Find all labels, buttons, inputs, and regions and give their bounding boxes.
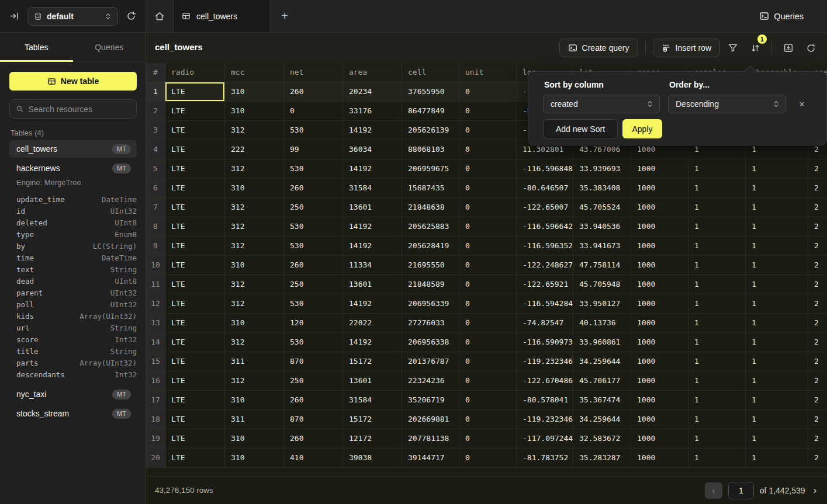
table-cell[interactable]: 260 (284, 429, 343, 449)
tab-cell-towers[interactable]: cell_towers (173, 0, 271, 32)
table-cell[interactable]: 1000 (631, 217, 688, 237)
table-cell[interactable]: 1 (746, 179, 808, 198)
table-cell[interactable]: LTE (165, 352, 225, 371)
insert-row-button[interactable]: Insert row (653, 39, 720, 57)
table-cell[interactable]: LTE (165, 294, 225, 314)
table-cell[interactable]: 0 (459, 314, 517, 333)
table-cell[interactable]: 1000 (631, 275, 688, 294)
table-cell[interactable]: 260 (284, 391, 343, 410)
table-cell[interactable]: 32.583672 (573, 429, 631, 449)
table-cell[interactable]: 0 (459, 121, 517, 140)
table-cell[interactable]: 1000 (631, 294, 688, 314)
table-cell[interactable]: LTE (165, 237, 225, 256)
apply-sort-button[interactable]: Apply (622, 119, 662, 138)
table-cell[interactable]: 310 (225, 102, 284, 121)
table-cell[interactable]: 0 (459, 352, 517, 371)
table-cell[interactable]: 0 (459, 449, 517, 468)
table-cell[interactable]: 39038 (343, 449, 402, 468)
table-cell[interactable]: LTE (165, 256, 225, 275)
table-cell[interactable]: 1 (746, 256, 808, 275)
table-cell[interactable]: 0 (459, 294, 517, 314)
table-cell[interactable]: 1 (746, 198, 808, 217)
sort-column-select[interactable]: created (543, 95, 660, 113)
table-cell[interactable]: 13601 (343, 198, 402, 217)
table-cell[interactable]: 34.259644 (573, 410, 631, 429)
sidebar-refresh-button[interactable] (124, 9, 139, 23)
table-cell[interactable]: 530 (284, 237, 343, 256)
table-cell[interactable]: 2 (808, 159, 827, 179)
table-cell[interactable]: 1 (688, 237, 746, 256)
table-cell[interactable]: 35.383408 (573, 179, 631, 198)
home-button[interactable] (146, 0, 173, 32)
table-cell[interactable]: 250 (284, 198, 343, 217)
table-cell[interactable]: 206959675 (402, 159, 459, 179)
table-cell[interactable]: LTE (165, 82, 225, 102)
add-new-sort-button[interactable]: Add new Sort (543, 119, 618, 138)
table-cell[interactable]: 530 (284, 333, 343, 352)
table-cell[interactable]: 2 (808, 391, 827, 410)
table-cell[interactable]: 22324236 (402, 371, 459, 391)
search-input[interactable] (28, 105, 130, 114)
column-header[interactable]: unit (459, 63, 517, 82)
table-cell[interactable]: 13601 (343, 371, 402, 391)
column-header[interactable]: mcc (225, 63, 284, 82)
table-cell[interactable]: 34.259644 (573, 352, 631, 371)
table-cell[interactable]: 312 (225, 237, 284, 256)
table-cell[interactable]: 222 (225, 140, 284, 159)
table-cell[interactable]: 2 (808, 429, 827, 449)
download-button[interactable] (779, 39, 798, 57)
table-cell[interactable]: 33.960861 (573, 333, 631, 352)
refresh-table-button[interactable] (801, 39, 820, 57)
table-cell[interactable]: -122.65007 (517, 198, 573, 217)
table-cell[interactable]: 1000 (631, 314, 688, 333)
table-cell[interactable]: 2 (808, 352, 827, 371)
table-cell[interactable]: 1 (688, 352, 746, 371)
table-cell[interactable]: -122.65921 (517, 275, 573, 294)
sidebar-tab-queries[interactable]: Queries (73, 33, 146, 61)
table-cell[interactable]: 250 (284, 371, 343, 391)
table-cell[interactable]: 1 (688, 159, 746, 179)
table-cell[interactable]: 0 (459, 82, 517, 102)
table-cell[interactable]: 312 (225, 121, 284, 140)
table-cell[interactable]: 311 (225, 352, 284, 371)
page-number-input[interactable] (728, 482, 754, 499)
table-cell[interactable]: 1000 (631, 256, 688, 275)
table-cell[interactable]: 15172 (343, 410, 402, 429)
table-cell[interactable]: 21848589 (402, 275, 459, 294)
table-cell[interactable]: 1 (688, 410, 746, 429)
table-cell[interactable]: 205628419 (402, 237, 459, 256)
table-cell[interactable]: 1 (746, 410, 808, 429)
table-cell[interactable]: -74.82547 (517, 314, 573, 333)
remove-sort-button[interactable]: × (795, 98, 809, 112)
table-cell[interactable]: 1 (746, 275, 808, 294)
table-cell[interactable]: LTE (165, 449, 225, 468)
table-cell[interactable]: 14192 (343, 121, 402, 140)
column-header[interactable]: # (146, 63, 165, 82)
table-cell[interactable]: 45.706177 (573, 371, 631, 391)
table-cell[interactable]: 36034 (343, 140, 402, 159)
table-cell[interactable]: 2 (808, 275, 827, 294)
table-cell[interactable]: 1 (688, 275, 746, 294)
table-cell[interactable]: 14192 (343, 333, 402, 352)
table-cell[interactable]: 312 (225, 333, 284, 352)
table-cell[interactable]: 0 (459, 333, 517, 352)
database-selector[interactable]: default (27, 7, 118, 26)
table-cell[interactable]: 2 (808, 217, 827, 237)
table-cell[interactable]: 33.939693 (573, 159, 631, 179)
table-cell[interactable]: 0 (459, 179, 517, 198)
table-cell[interactable]: 312 (225, 371, 284, 391)
table-cell[interactable]: 530 (284, 121, 343, 140)
table-cell[interactable]: 31584 (343, 179, 402, 198)
table-cell[interactable]: LTE (165, 391, 225, 410)
table-cell[interactable]: 1000 (631, 237, 688, 256)
table-cell[interactable]: 35.283287 (573, 449, 631, 468)
table-cell[interactable]: 250 (284, 275, 343, 294)
table-cell[interactable]: 0 (459, 429, 517, 449)
table-cell[interactable]: 1 (688, 314, 746, 333)
table-cell[interactable]: LTE (165, 102, 225, 121)
table-cell[interactable]: 2 (808, 237, 827, 256)
table-cell[interactable]: -116.596848 (517, 159, 573, 179)
table-cell[interactable]: 310 (225, 314, 284, 333)
table-cell[interactable]: 2 (808, 333, 827, 352)
table-cell[interactable]: 47.758114 (573, 256, 631, 275)
